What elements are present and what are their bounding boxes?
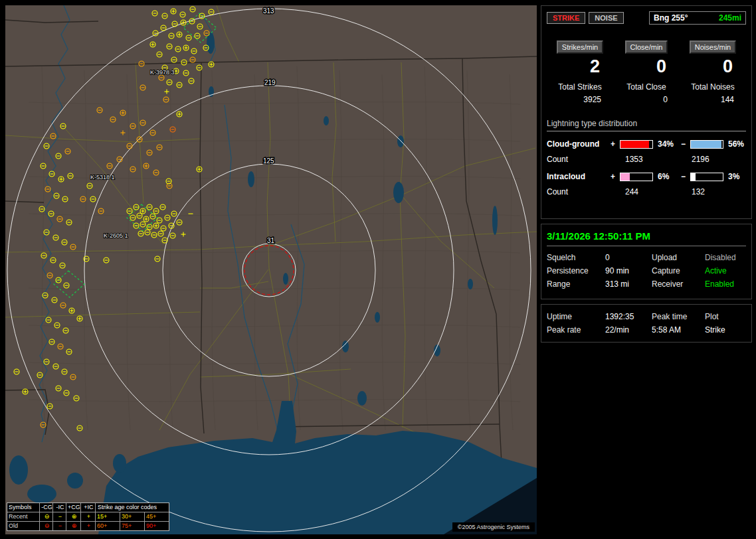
- ic-negative-bar: [690, 173, 723, 181]
- close-per-min-value: 0: [613, 56, 680, 77]
- noises-per-min-value: 0: [680, 56, 746, 77]
- uptime-row: Peak rate 22/min 5:58 AM Strike: [547, 323, 746, 337]
- receiver-label: Receiver: [652, 279, 705, 289]
- total-close-label: Total Close: [613, 82, 680, 92]
- legend-cell: 15+: [96, 512, 120, 521]
- noises-per-min-button[interactable]: Noises/min: [690, 40, 736, 54]
- distribution-title: Lightning type distribution: [547, 119, 746, 131]
- minus-sign: −: [681, 139, 690, 149]
- range-value: 313 mi: [605, 279, 652, 289]
- receiver-status: Enabled: [705, 279, 746, 289]
- status-panel: 3/11/2026 12:50:11 PM Squelch 0 Upload D…: [541, 224, 752, 299]
- legend-cell: 30+: [120, 512, 144, 521]
- cg-positive-count: 1353: [611, 155, 681, 164]
- map-canvas[interactable]: 31321912531K-3978 3K-5318 1K-2605 1: [5, 5, 537, 534]
- intracloud-label: Intracloud: [547, 172, 611, 181]
- cloud-ground-count-row: Count 1353 2196: [547, 155, 746, 164]
- lightning-map[interactable]: 31321912531K-3978 3K-5318 1K-2605 1 Symb…: [5, 5, 537, 534]
- bearing-display: Bng 255° 245mi: [649, 11, 746, 25]
- uptime-value: 1392:35: [605, 312, 652, 321]
- legend-age-header: Strike age color codes: [96, 503, 169, 512]
- strikes-rate-column: Strikes/min 2 Total Strikes 3925: [547, 40, 613, 104]
- rates-row: Strikes/min 2 Total Strikes 3925 Close/m…: [547, 40, 746, 104]
- legend-age-table: Strike age color codes 15+30+45+60+75+90…: [96, 503, 169, 530]
- legend-cell: Recent: [7, 512, 39, 521]
- legend-cell: +: [81, 522, 95, 530]
- noises-rate-column: Noises/min 0 Total Noises 144: [680, 40, 746, 104]
- ic-positive-count: 244: [611, 187, 681, 196]
- plot-value: Strike: [705, 325, 746, 335]
- uptime-panel: Uptime 1392:35 Peak time Plot Peak rate …: [541, 304, 752, 343]
- uptime-label: Uptime: [547, 312, 605, 321]
- legend-cell: -CG: [40, 503, 52, 512]
- total-strikes-value: 3925: [547, 95, 613, 104]
- plus-sign: +: [611, 172, 620, 181]
- strikes-per-min-value: 2: [547, 56, 613, 77]
- legend-cell: −: [53, 512, 66, 521]
- ic-positive-bar: [620, 173, 653, 181]
- close-per-min-button[interactable]: Close/min: [625, 40, 668, 54]
- legend-cell: ⊕: [66, 522, 80, 530]
- strikes-per-min-button[interactable]: Strikes/min: [557, 40, 603, 54]
- datetime-display: 3/11/2026 12:50:11 PM: [547, 230, 746, 246]
- status-row: Range 313 mi Receiver Enabled: [547, 277, 746, 291]
- sidebar: STRIKE NOISE Bng 255° 245mi Strikes/min …: [541, 5, 752, 343]
- uptime-row: Uptime 1392:35 Peak time Plot: [547, 310, 746, 323]
- cloud-ground-label: Cloud-ground: [547, 139, 611, 149]
- legend-cell: ⊖: [40, 512, 52, 521]
- legend-cell: -IC: [53, 503, 66, 512]
- legend-cell: ⊕: [66, 512, 80, 521]
- map-legend: Symbols-CG-IC+CG+ICRecent⊖−⊕+Old⊖−⊕+ Str…: [7, 502, 169, 531]
- cg-negative-bar: [690, 140, 723, 149]
- legend-cell: −: [53, 522, 66, 530]
- upload-label: Upload: [652, 253, 705, 262]
- stormvue-window: 31321912531K-3978 3K-5318 1K-2605 1 Symb…: [0, 0, 756, 539]
- status-row: Persistence 90 min Capture Active: [547, 264, 746, 277]
- ic-negative-pct: 3%: [725, 172, 747, 181]
- legend-cell: +CG: [66, 503, 80, 512]
- legend-cell: 45+: [145, 512, 169, 521]
- ic-count-label: Count: [547, 187, 611, 196]
- legend-age-grid: 15+30+45+60+75+90+: [96, 512, 169, 530]
- legend-cell: Old: [7, 522, 39, 530]
- total-strikes-label: Total Strikes: [547, 82, 613, 92]
- legend-cell: ⊖: [40, 522, 52, 530]
- total-noises-label: Total Noises: [680, 82, 746, 92]
- status-row: Squelch 0 Upload Disabled: [547, 251, 746, 264]
- total-close-value: 0: [613, 95, 680, 104]
- peak-time-value: 5:58 AM: [652, 325, 705, 335]
- station-label: K-5318 1: [90, 174, 115, 181]
- legend-cell: 75+: [120, 522, 144, 530]
- range-ring-label: 313: [263, 7, 274, 15]
- range-ring-label: 125: [263, 157, 274, 165]
- cg-count-label: Count: [547, 155, 611, 164]
- legend-cell: 60+: [96, 522, 120, 530]
- persistence-label: Persistence: [547, 266, 605, 275]
- legend-cell: +: [81, 512, 95, 521]
- capture-status: Active: [705, 266, 746, 275]
- intracloud-row: Intracloud + 6% − 3%: [547, 172, 746, 181]
- plus-sign: +: [611, 139, 620, 149]
- close-rate-column: Close/min 0 Total Close 0: [613, 40, 680, 104]
- station-label: K-3978 3: [150, 69, 175, 76]
- cg-negative-count: 2196: [681, 155, 746, 164]
- squelch-label: Squelch: [547, 253, 605, 262]
- cg-negative-pct: 56%: [725, 139, 747, 149]
- peak-rate-label: Peak rate: [547, 325, 605, 335]
- ic-negative-count: 132: [681, 187, 746, 196]
- range-label: Range: [547, 279, 605, 289]
- strike-button[interactable]: STRIKE: [547, 12, 585, 24]
- bearing-value: Bng 255°: [654, 13, 688, 23]
- range-ring-label: 219: [264, 79, 276, 86]
- noise-button[interactable]: NOISE: [589, 12, 623, 24]
- cloud-ground-row: Cloud-ground + 34% − 56%: [547, 139, 746, 149]
- bearing-distance-value: 245mi: [719, 13, 741, 23]
- copyright-label: ©2005 Astrogenic Systems: [452, 522, 535, 532]
- persistence-value: 90 min: [605, 266, 652, 275]
- legend-cell: 90+: [145, 522, 169, 530]
- peak-rate-value: 22/min: [605, 325, 652, 335]
- upload-status: Disabled: [705, 253, 746, 262]
- range-ring-label: 31: [267, 237, 275, 244]
- legend-symbols-table: Symbols-CG-IC+CG+ICRecent⊖−⊕+Old⊖−⊕+: [7, 503, 95, 530]
- cg-positive-bar: [620, 140, 653, 149]
